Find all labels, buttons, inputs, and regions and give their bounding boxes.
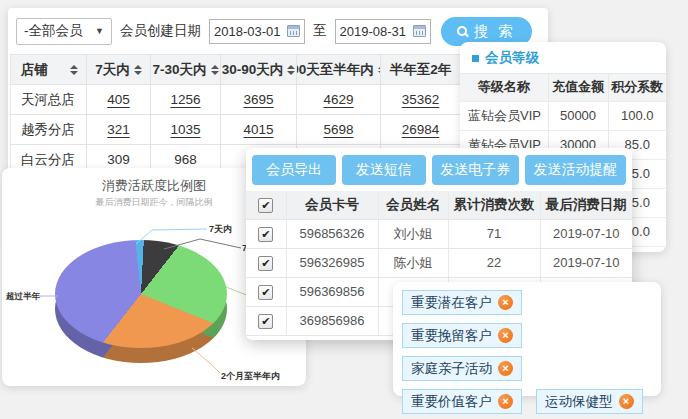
- row-checkbox[interactable]: ✔: [258, 314, 273, 329]
- levels-header-row: 等级名称 充值金额 积分系数: [460, 74, 666, 101]
- chevron-down-icon: ▼: [95, 26, 104, 36]
- sort-icon[interactable]: [134, 65, 142, 75]
- col-30-90d[interactable]: 30-90天内: [221, 55, 297, 85]
- row-checkbox[interactable]: ✔: [258, 256, 273, 271]
- count-link[interactable]: 1035: [151, 115, 221, 145]
- member-name: 刘小姐: [378, 219, 448, 248]
- count-link[interactable]: 405: [87, 85, 151, 115]
- recharge-amount: 50000: [548, 101, 608, 130]
- count-link[interactable]: 35362: [381, 85, 461, 115]
- tag-chip[interactable]: 家庭亲子活动×: [402, 356, 522, 381]
- query-toolbar: -全部会员 ▼ 会员创建日期 2018-03-01 至 2019-08-31 搜…: [16, 17, 532, 45]
- col-consume-count: 累计消费次数: [448, 191, 540, 219]
- date-from-input[interactable]: 2018-03-01: [209, 19, 305, 44]
- count-link[interactable]: 5698: [297, 115, 381, 145]
- row-checkbox[interactable]: ✔: [258, 227, 273, 242]
- select-all-checkbox[interactable]: ✔: [258, 198, 273, 213]
- pie-chart: [55, 240, 227, 348]
- table-row: ✔ 596326985 陈小姐 22 2019-07-10: [246, 248, 632, 277]
- col-half-2y[interactable]: 半年至2年: [381, 55, 461, 85]
- sort-icon[interactable]: [287, 65, 295, 75]
- member-name: 陈小姐: [378, 248, 448, 277]
- send-sms-button[interactable]: 发送短信: [342, 155, 426, 185]
- search-button-label: 搜 索: [474, 22, 516, 41]
- col-card-number: 会员卡号: [286, 191, 378, 219]
- row-checkbox[interactable]: ✔: [258, 285, 273, 300]
- member-actions: 会员导出 发送短信 发送电子券 发送活动提醒: [246, 148, 632, 185]
- table-row: 越秀分店 321 1035 4015 5698 26984: [11, 115, 461, 145]
- member-tags-panel: 重要潜在客户× 重要挽留客户× 家庭亲子活动× 重要价值客户× 运动保健型× 摄…: [393, 282, 661, 396]
- bullet-square-icon: [472, 55, 479, 62]
- consume-count: 71: [448, 219, 540, 248]
- last-consume-date: 2019-07-10: [540, 219, 632, 248]
- pie-label-over-halfyear: 超过半年: [6, 291, 40, 303]
- date-range-label: 会员创建日期: [120, 22, 201, 40]
- store-name: 天河总店: [11, 85, 87, 115]
- calendar-icon[interactable]: [413, 25, 426, 37]
- date-from-value: 2018-03-01: [214, 24, 281, 39]
- member-card-number: 369856986: [286, 306, 378, 335]
- count-link[interactable]: 321: [87, 115, 151, 145]
- col-7d[interactable]: 7天内: [87, 55, 151, 85]
- count-link[interactable]: 1256: [151, 85, 221, 115]
- col-member-name: 会员姓名: [378, 191, 448, 219]
- col-90d-halfyear[interactable]: 90天至半年内: [297, 55, 381, 85]
- store-name: 越秀分店: [11, 115, 87, 145]
- select-all-cell: ✔: [246, 191, 286, 219]
- count-link[interactable]: 3695: [221, 85, 297, 115]
- store-table-header-row: 店铺 7天内 7-30天内 30-90天内 90天至半年内 半年至2年: [11, 55, 461, 85]
- close-icon[interactable]: ×: [498, 394, 513, 409]
- calendar-icon[interactable]: [287, 25, 300, 37]
- level-name: 蓝钻会员VIP: [460, 101, 548, 130]
- close-icon[interactable]: ×: [498, 295, 513, 310]
- close-icon[interactable]: ×: [498, 328, 513, 343]
- count-link[interactable]: 26984: [381, 115, 461, 145]
- table-row: 天河总店 405 1256 3695 4629 35362: [11, 85, 461, 115]
- sort-icon[interactable]: [70, 65, 78, 75]
- tag-chip[interactable]: 运动保健型×: [536, 389, 643, 414]
- pie-label-2m-to-halfyear: 2个月至半年内: [221, 370, 280, 383]
- member-header-row: ✔ 会员卡号 会员姓名 累计消费次数 最后消费日期: [246, 191, 632, 219]
- send-activity-reminder-button[interactable]: 发送活动提醒: [525, 155, 626, 185]
- crm-dashboard: -全部会员 ▼ 会员创建日期 2018-03-01 至 2019-08-31 搜…: [0, 0, 688, 419]
- table-row: 蓝钻会员VIP 50000 100.0: [460, 101, 666, 130]
- count-link[interactable]: 4015: [221, 115, 297, 145]
- tag-chip[interactable]: 重要潜在客户×: [402, 290, 522, 315]
- search-icon: [457, 26, 467, 36]
- table-row: ✔ 596856326 刘小姐 71 2019-07-10: [246, 219, 632, 248]
- tag-chip[interactable]: 重要价值客户×: [402, 389, 522, 414]
- col-7-30d[interactable]: 7-30天内: [151, 55, 221, 85]
- col-coefficient: 积分系数: [608, 74, 666, 101]
- member-card-number: 596369856: [286, 277, 378, 306]
- date-to-label: 至: [313, 22, 327, 40]
- sort-icon[interactable]: [211, 65, 219, 75]
- count-link[interactable]: 4629: [297, 85, 381, 115]
- col-recharge: 充值金额: [548, 74, 608, 101]
- member-filter-select[interactable]: -全部会员 ▼: [16, 18, 112, 45]
- tag-chip[interactable]: 重要挽留客户×: [402, 323, 522, 348]
- col-last-consume-date: 最后消费日期: [540, 191, 632, 219]
- consume-count: 22: [448, 248, 540, 277]
- date-to-value: 2019-08-31: [340, 24, 407, 39]
- panel-title: 会员等级: [460, 42, 666, 74]
- pie-label-7days: 7天内: [209, 223, 232, 236]
- member-card-number: 596326985: [286, 248, 378, 277]
- date-to-input[interactable]: 2019-08-31: [335, 19, 431, 44]
- send-coupon-button[interactable]: 发送电子券: [432, 155, 520, 185]
- export-members-button[interactable]: 会员导出: [252, 155, 336, 185]
- last-consume-date: 2019-07-10: [540, 248, 632, 277]
- col-store[interactable]: 店铺: [11, 55, 87, 85]
- member-card-number: 596856326: [286, 219, 378, 248]
- member-filter-value: -全部会员: [24, 22, 83, 40]
- col-level-name: 等级名称: [460, 74, 548, 101]
- close-icon[interactable]: ×: [498, 361, 513, 376]
- points-coefficient: 100.0: [608, 101, 666, 130]
- close-icon[interactable]: ×: [619, 394, 634, 409]
